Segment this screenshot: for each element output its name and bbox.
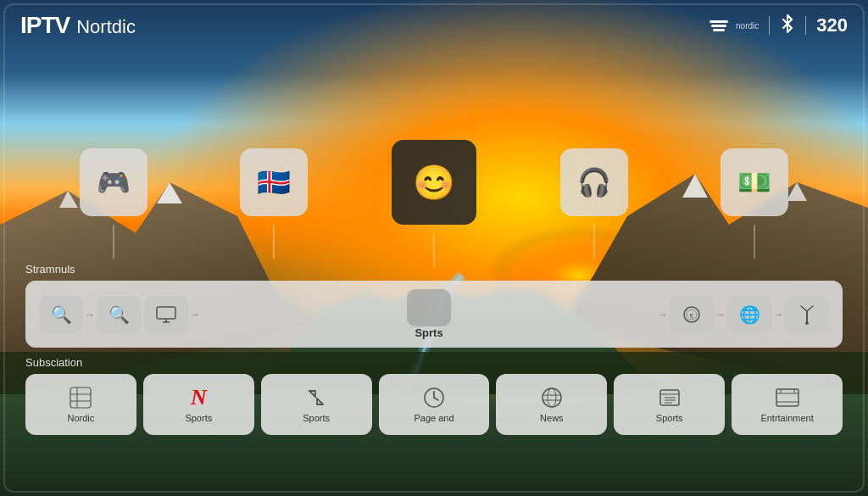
channel-number: 320 — [816, 14, 848, 36]
svg-point-19 — [805, 321, 809, 325]
sub-item-entertainment[interactable]: Entrtainment — [732, 374, 843, 435]
sub-icon-entertainment — [776, 386, 799, 410]
svg-line-18 — [807, 306, 813, 311]
nav-item-headphones[interactable]: 🎧 — [514, 148, 674, 216]
sub-item-sports2[interactable]: Sports — [614, 374, 725, 435]
stream-item-coin[interactable]: € — [670, 296, 714, 333]
logo: IPTV Nortdic — [20, 12, 136, 39]
sub-icon-news — [541, 386, 563, 410]
nav-item-gaming[interactable]: 🎮 — [34, 148, 194, 216]
svg-point-27 — [542, 388, 561, 407]
bluetooth-icon — [780, 14, 795, 37]
sub-icon-nordic — [70, 386, 92, 410]
sub-icon-sports2 — [659, 386, 681, 410]
nav-item-payment[interactable]: 💵 — [674, 148, 834, 216]
sub-label-sports-netflix: Sports — [185, 413, 212, 423]
sub-label-sports2: Sports — [656, 413, 683, 423]
sub-item-nordic[interactable]: Nordic — [25, 374, 136, 435]
sub-item-sports-netflix[interactable]: N Sports — [143, 374, 254, 435]
svg-text:€: € — [690, 312, 694, 320]
logo-iptv-text: IPTV — [20, 12, 70, 39]
sub-label-nordic: Nordic — [68, 413, 95, 423]
connector-flag — [274, 225, 275, 259]
stream-item-search2[interactable]: 🔍 — [97, 296, 141, 333]
subscription-row: Nordic N Sports Sports — [25, 374, 843, 435]
sub-item-news[interactable]: News — [496, 374, 607, 435]
sub-icon-arrows — [305, 386, 327, 410]
nav-icon-gaming[interactable]: 🎮 — [80, 148, 147, 216]
stream-item-antenna[interactable] — [785, 296, 829, 333]
nav-icons-row: 🎮 🇮🇸 😊 🎧 💵 — [0, 140, 868, 225]
nav-icon-headphones[interactable]: 🎧 — [560, 148, 628, 216]
stream-item-monitor[interactable] — [144, 296, 188, 333]
stream-arrow-3: → — [188, 309, 202, 320]
nav-icon-smiley-active[interactable]: 😊 — [392, 140, 476, 225]
sub-label-news: News — [540, 413, 564, 423]
streams-container: 🔍 → 🔍 → Sprts → € → — [25, 281, 843, 348]
svg-line-17 — [801, 306, 807, 311]
svg-rect-10 — [157, 307, 175, 319]
brand-label: nordic — [736, 21, 759, 31]
subscription-section: Subsciation Nordic N Sports — [25, 356, 843, 435]
connector-payment — [754, 225, 754, 259]
stream-item-globe[interactable]: 🌐 — [727, 296, 771, 333]
brand-area: nordic — [707, 14, 759, 37]
svg-rect-20 — [70, 387, 91, 408]
brand-stack-icon — [707, 14, 731, 37]
header-divider — [769, 16, 770, 35]
logo-nordic-text: Nortdic — [76, 16, 136, 38]
svg-point-28 — [548, 388, 556, 407]
svg-rect-36 — [776, 389, 798, 406]
nav-icon-nordic-flag[interactable]: 🇮🇸 — [240, 148, 308, 216]
nav-item-smiley[interactable]: 😊 — [354, 140, 515, 225]
sub-label-entertainment: Entrtainment — [760, 413, 813, 423]
sub-item-sports-arrows[interactable]: Sports — [261, 374, 372, 435]
header-right: nordic 320 — [707, 14, 848, 37]
nav-icon-payment[interactable]: 💵 — [721, 148, 788, 216]
sub-label-page-and: Page and — [414, 413, 453, 423]
sub-icon-netflix: N — [191, 386, 207, 410]
sub-icon-page-and — [423, 386, 445, 410]
stream-sprts-label: Sprts — [415, 326, 442, 339]
svg-line-26 — [434, 398, 438, 400]
stream-item-search1[interactable]: 🔍 — [39, 296, 83, 333]
connector-smiley — [433, 233, 434, 267]
stream-item-sprts-wrapper[interactable]: Sprts — [202, 289, 656, 339]
streams-label: Stramnuls — [25, 263, 843, 276]
header-divider2 — [805, 16, 806, 35]
nav-item-nordic-flag[interactable]: 🇮🇸 — [194, 148, 354, 216]
connector-headphones — [593, 225, 594, 259]
connector-gaming — [114, 225, 114, 259]
subscription-label: Subsciation — [25, 356, 843, 369]
stream-arrow-4: → — [656, 309, 670, 320]
sub-label-sports-arrows: Sports — [303, 413, 330, 423]
streams-section: Stramnuls 🔍 → 🔍 → Sprts → € — [25, 263, 843, 348]
sub-item-page-and[interactable]: Page and — [379, 374, 490, 435]
header: IPTV Nortdic nordic 320 — [0, 0, 868, 51]
stream-item-sprts[interactable] — [407, 289, 451, 326]
stream-arrow-5: → — [714, 309, 727, 320]
stream-arrow-6: → — [771, 309, 785, 320]
stream-arrow-1: → — [83, 309, 97, 320]
